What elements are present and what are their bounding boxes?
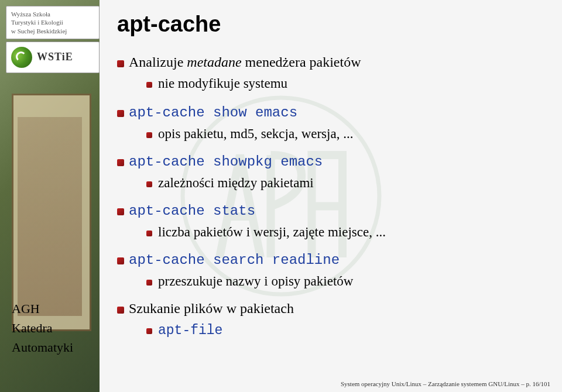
showpkg-cmd: apt-cache showpkg emacs <box>129 154 323 170</box>
slide-footer: System operacyjny Unix/Linux – Zarządzan… <box>341 380 550 387</box>
school-acronym-box: WSTiE <box>6 42 100 73</box>
swirl-icon <box>11 47 32 68</box>
school-line1: Wyższa Szkoła <box>11 10 94 18</box>
intro-text2: menedżera pakietów <box>242 54 361 70</box>
bullet-files: Szukanie plików w pakietach apt-file <box>117 301 539 338</box>
bullet-showpkg-sub: zależności między pakietami <box>129 176 539 191</box>
bullet-showpkg: apt-cache showpkg emacs zależności międz… <box>117 153 539 191</box>
school-name: Wyższa Szkoła Turystyki i Ekologii w Suc… <box>6 6 100 39</box>
school-line2: Turystyki i Ekologii <box>11 18 94 26</box>
bullet-files-sub: apt-file <box>129 322 539 338</box>
slide-title: apt-cache <box>117 12 539 37</box>
files-text: Szukanie plików w pakietach <box>129 301 294 316</box>
intro-italic: metadane <box>187 54 241 70</box>
bullet-intro: Analizuje metadane menedżera pakietów ni… <box>117 54 539 91</box>
sidebar-agh: AGH <box>12 299 73 318</box>
bullet-search-sub: przeszukuje nazwy i opisy pakietów <box>129 274 539 289</box>
slide-content: apt-cache Analizuje metadane menedżera p… <box>117 12 539 345</box>
bullet-stats-sub: liczba pakietów i wersji, zajęte miejsce… <box>129 225 539 240</box>
bullet-intro-sub: nie modyfikuje systemu <box>129 76 539 91</box>
intro-text1: Analizuje <box>129 54 187 70</box>
sidebar-katedra: Katedra <box>12 318 73 338</box>
school-line3: w Suchej Beskidzkiej <box>11 27 94 35</box>
sidebar-labels: AGH Katedra Automatyki <box>12 299 73 357</box>
school-logo: Wyższa Szkoła Turystyki i Ekologii w Suc… <box>6 6 100 88</box>
sidebar-automatyki: Automatyki <box>12 338 73 357</box>
aptfile-cmd: apt-file <box>158 323 222 338</box>
search-cmd: apt-cache search readline <box>129 252 340 268</box>
bullet-show-sub: opis pakietu, md5, sekcja, wersja, ... <box>129 126 539 142</box>
bullet-list: Analizuje metadane menedżera pakietów ni… <box>117 54 539 338</box>
bullet-show: apt-cache show emacs opis pakietu, md5, … <box>117 104 539 142</box>
school-acronym: WSTiE <box>37 51 73 63</box>
stats-cmd: apt-cache stats <box>129 203 255 219</box>
show-cmd: apt-cache show emacs <box>129 105 297 121</box>
bullet-search: apt-cache search readline przeszukuje na… <box>117 252 539 289</box>
bullet-stats: apt-cache stats liczba pakietów i wersji… <box>117 202 539 240</box>
